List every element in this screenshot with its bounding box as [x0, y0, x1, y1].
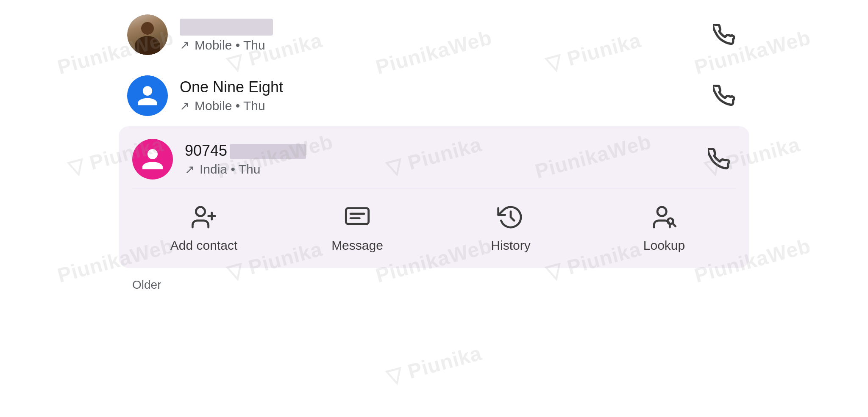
call-detail-text-3: India • Thu — [200, 162, 260, 177]
avatar-1 — [127, 14, 168, 55]
call-detail-text-1: Mobile • Thu — [195, 38, 265, 52]
contact-name-3: 90745 — [185, 142, 702, 160]
contact-number-blurred-3 — [230, 144, 306, 159]
call-item-main-3: 90745 ↗ India • Thu — [119, 126, 749, 188]
outgoing-arrow-1: ↗ — [180, 38, 189, 52]
call-button-1[interactable] — [707, 18, 741, 52]
phone-icon-2 — [713, 85, 735, 107]
person-icon-3 — [140, 146, 165, 172]
call-button-3[interactable] — [702, 142, 736, 176]
call-info-2: One Nine Eight ↗ Mobile • Thu — [180, 78, 707, 113]
svg-point-0 — [196, 207, 205, 216]
lookup-label: Lookup — [643, 238, 685, 253]
history-button[interactable]: History — [477, 202, 545, 253]
add-contact-icon — [189, 202, 219, 232]
contact-name-2: One Nine Eight — [180, 78, 707, 96]
call-item-1[interactable]: ↗ Mobile • Thu — [119, 4, 749, 65]
call-detail-text-2: Mobile • Thu — [195, 99, 265, 113]
call-detail-2: ↗ Mobile • Thu — [180, 99, 707, 113]
message-label: Message — [331, 238, 383, 253]
call-item-2[interactable]: One Nine Eight ↗ Mobile • Thu — [119, 65, 749, 126]
call-info-1: ↗ Mobile • Thu — [180, 17, 707, 52]
outgoing-arrow-3: ↗ — [185, 163, 195, 177]
call-info-3: 90745 ↗ India • Thu — [185, 142, 702, 177]
phone-icon-3 — [708, 148, 730, 170]
call-detail-3: ↗ India • Thu — [185, 162, 702, 177]
lookup-icon — [649, 202, 679, 232]
contact-name-1 — [180, 17, 707, 35]
call-item-3[interactable]: 90745 ↗ India • Thu — [119, 126, 749, 268]
outgoing-arrow-2: ↗ — [180, 99, 189, 113]
add-contact-button[interactable]: Add contact — [170, 202, 238, 253]
call-detail-1: ↗ Mobile • Thu — [180, 38, 707, 52]
svg-line-8 — [673, 224, 676, 226]
lookup-button[interactable]: Lookup — [630, 202, 698, 253]
svg-point-6 — [657, 207, 666, 216]
person-icon-2 — [136, 84, 159, 108]
message-icon — [342, 202, 373, 232]
action-bar: Add contact Message — [119, 188, 749, 268]
avatar-2 — [127, 75, 168, 116]
contact-number-3: 90745 — [185, 142, 227, 159]
call-button-2[interactable] — [707, 79, 741, 113]
older-label: Older — [119, 268, 749, 292]
add-contact-label: Add contact — [170, 238, 237, 253]
history-icon — [495, 202, 526, 232]
svg-rect-3 — [346, 208, 368, 224]
message-button[interactable]: Message — [323, 202, 391, 253]
main-container: ↗ Mobile • Thu One Nine Eight ↗ Mobile •… — [0, 0, 868, 417]
phone-icon-1 — [713, 24, 735, 46]
contact-name-blurred-1 — [180, 19, 273, 36]
history-label: History — [491, 238, 530, 253]
avatar-3 — [132, 139, 173, 180]
